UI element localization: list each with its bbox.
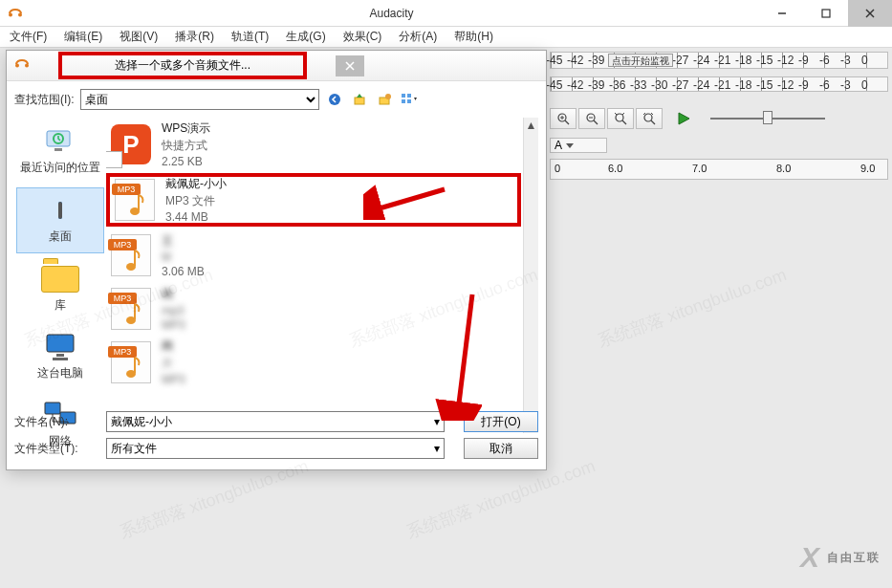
window-buttons [760,0,892,27]
menu-help[interactable]: 帮助(H) [448,27,499,47]
tick: -45 [546,54,562,67]
file-name: 戴佩妮-小小 [165,176,227,192]
scroll-up-icon[interactable]: ▲ [524,118,538,133]
time-ruler[interactable]: 0 6.0 7.0 8.0 9.0 [550,159,888,180]
time-tick: 8.0 [776,163,791,174]
tick: -27 [672,54,688,67]
menu-analyze[interactable]: 分析(A) [393,27,443,47]
play-button[interactable] [672,108,695,129]
tool-row [550,105,888,132]
menu-edit[interactable]: 编辑(E) [58,27,108,47]
tick: -3 [840,78,851,92]
svg-point-20 [15,64,19,68]
tick: -9 [798,54,809,67]
scrollbar[interactable]: ▲ [523,118,538,433]
computer-icon [41,331,79,363]
slider-thumb-icon[interactable] [763,111,772,124]
svg-point-43 [130,207,140,215]
menu-generate[interactable]: 生成(G) [280,27,331,47]
look-in-row: 查找范围(I): 桌面 [14,87,538,112]
file-name: 王 [162,233,205,250]
svg-rect-29 [407,94,411,98]
file-type: 片 [162,356,185,372]
tick: -15 [756,78,772,92]
watermark: 系统部落 xitongbuluo.com [595,263,790,353]
tick: -6 [819,78,830,92]
brand-text: 自由互联 [827,550,881,566]
file-item[interactable]: P WPS演示 快捷方式 2.25 KB [106,118,521,171]
selection-indicator[interactable]: A [550,138,607,153]
volume-slider[interactable] [710,116,825,121]
tick: -24 [693,54,709,67]
menu-tracks[interactable]: 轨道(T) [226,27,274,47]
file-size: 2.25 KB [162,155,210,168]
svg-rect-25 [355,98,364,104]
monitor-button[interactable]: 点击开始监视 [608,54,673,67]
tick: -21 [714,78,730,92]
library-icon [41,263,79,295]
maximize-button[interactable] [804,0,848,27]
svg-point-44 [126,263,136,271]
view-menu-button[interactable] [400,90,419,109]
cancel-button[interactable]: 取消 [464,438,538,459]
svg-point-1 [18,12,22,16]
tick: -9 [798,78,809,92]
zoom-out-button[interactable] [578,108,605,129]
up-button[interactable] [350,90,369,109]
zoom-fit-button[interactable] [636,108,663,129]
file-size: 3.44 MB [165,210,227,224]
svg-line-16 [622,120,626,124]
dialog-title: 选择一个或多个音频文件... [58,52,307,79]
filetype-select[interactable]: 所有文件 ▾ [106,438,445,459]
tick: -12 [777,78,794,92]
file-name: 网 [162,287,185,303]
place-label: 这台电脑 [37,365,83,381]
mp3-icon: MP3 [110,341,152,383]
headphone-icon [14,56,30,75]
new-folder-button[interactable] [375,90,394,109]
footer-brand: X 自由互联 [800,541,881,574]
db-meter-bottom[interactable]: -45 -42 -39 -36 -33 -30 -27 -24 -21 -18 … [550,76,888,92]
menu-record[interactable]: 播录(R) [169,27,220,47]
tick: -18 [735,54,751,67]
svg-point-17 [644,114,652,121]
brand-x-icon: X [800,541,821,574]
filename-input[interactable]: 戴佩妮-小小 ▾ [106,411,445,432]
svg-point-27 [385,94,391,99]
place-desktop[interactable]: 桌面 [16,187,104,253]
back-button[interactable] [325,90,344,109]
db-meter-top[interactable]: -45 -42 -39 -33 -30 -27 -24 -21 -18 -15 … [550,52,888,69]
tick: -6 [819,54,830,67]
time-tick: 7.0 [692,163,707,174]
tick: 0 [861,78,868,92]
zoom-sel-button[interactable] [607,108,634,129]
look-in-label: 查找范围(I): [14,92,75,108]
tick: -39 [588,54,604,67]
filetype-label: 文件类型(T): [14,441,97,457]
place-recent[interactable]: 最近访问的位置 [16,120,104,184]
minimize-button[interactable] [760,0,804,27]
svg-rect-28 [402,94,405,98]
dialog-close-button[interactable] [336,55,364,76]
place-libraries[interactable]: 库 [16,257,104,321]
menu-file[interactable]: 文件(F) [4,27,53,47]
close-button[interactable] [848,0,892,27]
file-item[interactable]: MP3 王 M 3.06 MB [106,229,521,282]
place-thispc[interactable]: 这台电脑 [16,325,104,389]
time-tick: 9.0 [860,163,875,174]
file-item-highlighted[interactable]: MP3 戴佩妮-小小 MP3 文件 3.44 MB [106,173,521,227]
file-name: 网 [162,338,185,355]
tick: -21 [714,54,730,67]
svg-marker-19 [679,113,689,124]
menu-view[interactable]: 视图(V) [114,27,163,47]
tick: -39 [588,78,604,92]
tick: -24 [693,78,709,92]
svg-point-45 [126,316,136,324]
svg-line-9 [565,120,569,124]
tick: -36 [609,78,625,92]
look-in-select[interactable]: 桌面 [80,89,319,110]
mp3-icon: MP3 [110,234,152,276]
svg-rect-34 [54,148,62,151]
zoom-in-button[interactable] [550,108,577,129]
menu-effect[interactable]: 效果(C) [337,27,388,47]
